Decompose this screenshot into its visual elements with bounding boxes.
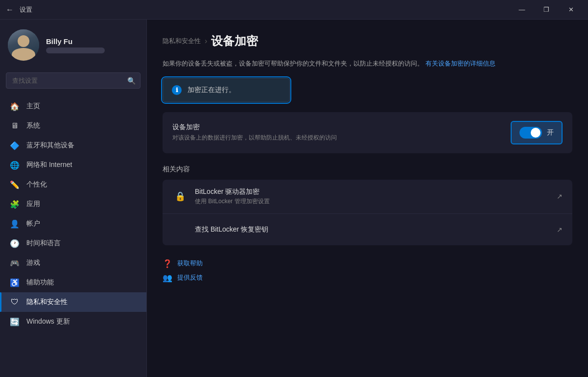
device-encryption-row: 设备加密 对该设备上的数据进行加密，以帮助防止脱机、未经授权的访问 开: [163, 112, 572, 153]
related-row-bitlocker[interactable]: 🔒 BitLocker 驱动器加密 使用 BitLocker 管理加密设置 ↗: [163, 180, 572, 214]
sidebar-item-system[interactable]: 🖥 系统: [0, 116, 146, 136]
breadcrumb-sep: ›: [205, 37, 207, 46]
sidebar-label-gaming: 游戏: [26, 259, 40, 267]
external-link-icon-2: ↗: [557, 226, 563, 234]
bluetooth-icon: 🔷: [10, 141, 20, 150]
apps-icon: 🧩: [10, 199, 20, 209]
toggle-label: 开: [547, 128, 554, 137]
sidebar: Billy Fu 🔍 🏠 主页 🖥 系统 🔷 蓝牙和其他设备 🌐 网络和 Int…: [0, 20, 147, 377]
setting-right: 开: [511, 121, 563, 144]
bitlocker-desc: 使用 BitLocker 管理加密设置: [195, 197, 270, 206]
sidebar-item-time[interactable]: 🕐 时间和语言: [0, 234, 146, 253]
privacy-icon: 🛡: [10, 297, 20, 307]
encryption-toggle[interactable]: [519, 127, 542, 139]
breadcrumb: 隐私和安全性 › 设备加密: [163, 33, 572, 49]
titlebar-title: 设置: [20, 5, 32, 14]
search-box: 🔍: [6, 72, 141, 89]
titlebar-left: ← 设置: [6, 5, 32, 14]
page-title: 设备加密: [211, 33, 258, 49]
breadcrumb-parent: 隐私和安全性: [163, 37, 201, 46]
sidebar-item-accounts[interactable]: 👤 帐户: [0, 214, 146, 234]
windows-update-icon: 🔄: [10, 317, 20, 327]
network-icon: 🌐: [10, 160, 20, 170]
time-icon: 🕐: [10, 238, 20, 248]
user-subtitle: [46, 47, 105, 53]
sidebar-item-accessibility[interactable]: ♿ 辅助功能: [0, 273, 146, 292]
feedback-label: 提供反馈: [177, 273, 203, 282]
sidebar-item-personalization[interactable]: ✏️ 个性化: [0, 175, 146, 194]
sidebar-label-accessibility: 辅助功能: [26, 278, 54, 287]
titlebar-controls: — ❐ ✕: [511, 2, 582, 18]
related-card: 🔒 BitLocker 驱动器加密 使用 BitLocker 管理加密设置 ↗ …: [163, 180, 572, 245]
feedback-link[interactable]: 👥 提供反馈: [163, 273, 572, 283]
back-button[interactable]: ←: [6, 5, 14, 14]
sidebar-item-network[interactable]: 🌐 网络和 Internet: [0, 155, 146, 175]
external-link-icon: ↗: [557, 192, 563, 200]
info-text: 加密正在进行。: [188, 86, 235, 94]
accessibility-icon: ♿: [10, 278, 20, 287]
feedback-icon: 👥: [163, 273, 172, 283]
maximize-button[interactable]: ❐: [535, 2, 558, 18]
home-icon: 🏠: [10, 101, 20, 111]
sidebar-label-network: 网络和 Internet: [26, 161, 72, 169]
related-left: 🔒 BitLocker 驱动器加密 使用 BitLocker 管理加密设置: [172, 188, 270, 206]
footer-links: ❓ 获取帮助 👥 提供反馈: [163, 259, 572, 283]
setting-title: 设备加密: [172, 123, 511, 132]
sidebar-item-bluetooth[interactable]: 🔷 蓝牙和其他设备: [0, 136, 146, 155]
related-info-recovery: 查找 BitLocker 恢复密钥: [195, 225, 268, 234]
sidebar-item-privacy[interactable]: 🛡 隐私和安全性: [0, 292, 146, 312]
description-text: 如果你的设备丢失或被盗，设备加密可帮助保护你的文件和文件夹，以防止未经授权的访问…: [163, 59, 572, 69]
close-button[interactable]: ✕: [560, 2, 582, 18]
recovery-title: 查找 BitLocker 恢复密钥: [195, 225, 268, 234]
sidebar-label-privacy: 隐私和安全性: [26, 298, 68, 306]
gaming-icon: 🎮: [10, 258, 20, 268]
sidebar-label-accounts: 帐户: [26, 219, 40, 228]
user-info: Billy Fu: [46, 37, 139, 53]
nav-list: 🏠 主页 🖥 系统 🔷 蓝牙和其他设备 🌐 网络和 Internet ✏️ 个性…: [0, 94, 146, 377]
sidebar-item-gaming[interactable]: 🎮 游戏: [0, 253, 146, 273]
toggle-wrap[interactable]: 开: [511, 121, 563, 144]
toggle-knob: [531, 128, 541, 138]
description-link[interactable]: 有关设备加密的详细信息: [425, 60, 495, 67]
bitlocker-title: BitLocker 驱动器加密: [195, 188, 270, 196]
help-link[interactable]: ❓ 获取帮助: [163, 259, 572, 268]
user-name: Billy Fu: [46, 37, 139, 46]
content-area: 隐私和安全性 › 设备加密 如果你的设备丢失或被盗，设备加密可帮助保护你的文件和…: [147, 20, 588, 377]
related-info: BitLocker 驱动器加密 使用 BitLocker 管理加密设置: [195, 188, 270, 206]
sidebar-label-bluetooth: 蓝牙和其他设备: [26, 141, 74, 150]
device-encryption-card: 设备加密 对该设备上的数据进行加密，以帮助防止脱机、未经授权的访问 开: [163, 112, 572, 153]
related-left-recovery: 查找 BitLocker 恢复密钥: [172, 222, 268, 237]
related-row-recovery[interactable]: 查找 BitLocker 恢复密钥 ↗: [163, 214, 572, 245]
sidebar-label-personalization: 个性化: [26, 180, 47, 189]
titlebar: ← 设置 — ❐ ✕: [0, 0, 588, 20]
avatar-image: [8, 29, 39, 61]
setting-left: 设备加密 对该设备上的数据进行加密，以帮助防止脱机、未经授权的访问: [172, 123, 511, 142]
accounts-icon: 👤: [10, 219, 20, 229]
info-icon: ℹ: [172, 85, 182, 95]
sidebar-label-system: 系统: [26, 121, 40, 130]
search-icon: 🔍: [127, 77, 136, 85]
personalization-icon: ✏️: [10, 180, 20, 189]
minimize-button[interactable]: —: [511, 2, 533, 18]
setting-desc: 对该设备上的数据进行加密，以帮助防止脱机、未经授权的访问: [172, 134, 511, 142]
sidebar-item-apps[interactable]: 🧩 应用: [0, 194, 146, 214]
bitlocker-icon: 🔒: [172, 188, 188, 204]
sidebar-label-time: 时间和语言: [26, 239, 61, 248]
info-banner: ℹ 加密正在进行。: [163, 78, 290, 102]
sidebar-item-windows-update[interactable]: 🔄 Windows 更新: [0, 312, 146, 331]
avatar: [8, 29, 39, 61]
help-icon: ❓: [163, 259, 172, 268]
sidebar-label-apps: 应用: [26, 200, 40, 209]
recovery-icon: [172, 222, 188, 237]
sidebar-item-home[interactable]: 🏠 主页: [0, 96, 146, 116]
search-input[interactable]: [6, 72, 141, 89]
user-profile[interactable]: Billy Fu: [0, 20, 146, 69]
app-body: Billy Fu 🔍 🏠 主页 🖥 系统 🔷 蓝牙和其他设备 🌐 网络和 Int…: [0, 20, 588, 377]
sidebar-label-windows-update: Windows 更新: [26, 317, 70, 326]
sidebar-label-home: 主页: [26, 102, 40, 111]
help-label: 获取帮助: [177, 259, 203, 268]
related-section-header: 相关内容: [163, 165, 572, 174]
system-icon: 🖥: [10, 121, 20, 131]
